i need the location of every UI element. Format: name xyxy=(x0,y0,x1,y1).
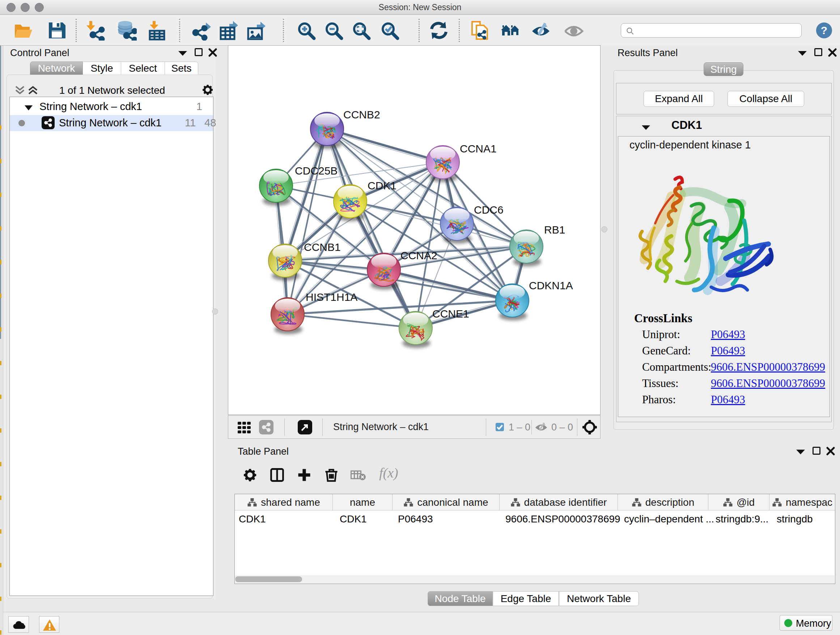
svg-text:CDC25B: CDC25B xyxy=(295,165,338,177)
svg-text:CDK1: CDK1 xyxy=(368,180,396,192)
svg-text:CCNA1: CCNA1 xyxy=(460,143,497,155)
svg-text:RB1: RB1 xyxy=(544,224,565,236)
svg-text:HIST1H1A: HIST1H1A xyxy=(306,291,357,303)
svg-text:CCNE1: CCNE1 xyxy=(432,308,469,320)
svg-text:CCNA2: CCNA2 xyxy=(401,249,437,261)
svg-text:CDC6: CDC6 xyxy=(474,204,504,216)
svg-text:CDKN1A: CDKN1A xyxy=(529,279,573,291)
svg-text:CCNB1: CCNB1 xyxy=(304,241,341,253)
svg-text:CCNB2: CCNB2 xyxy=(343,109,380,120)
